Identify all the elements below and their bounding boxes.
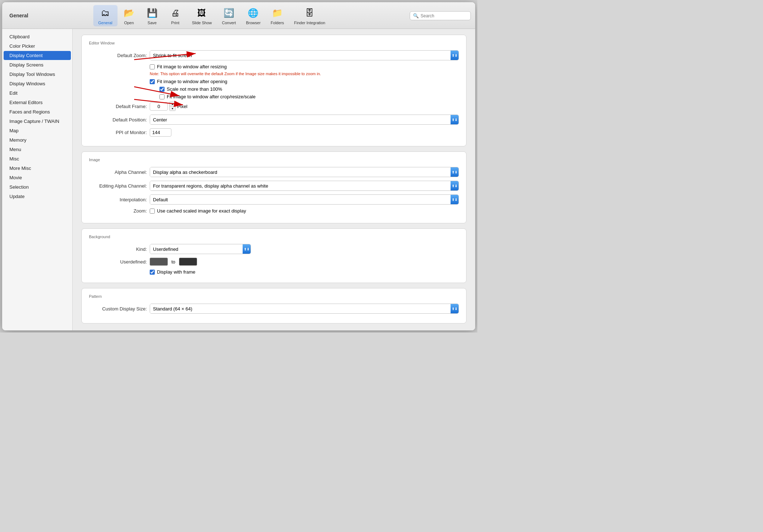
zoom-checkbox-label: Use cached scaled image for exact displa…: [157, 208, 246, 214]
zoom-select-arrow: ⬆⬇: [451, 51, 459, 60]
sidebar-item-display-tool-windows[interactable]: Display Tool Windows: [4, 70, 71, 79]
search-input[interactable]: [421, 13, 468, 18]
sidebar-item-color-picker[interactable]: Color Picker: [4, 42, 71, 51]
sidebar-item-external-editors[interactable]: External Editors: [4, 98, 71, 107]
to-label: to: [171, 259, 175, 265]
color-swatch-2[interactable]: [179, 258, 197, 266]
sidebar-item-display-screens[interactable]: Display Screens: [4, 60, 71, 69]
editing-alpha-select[interactable]: For transparent regions, display alpha c…: [150, 181, 451, 190]
interpolation-select-wrapper[interactable]: Default ⬆⬇: [150, 194, 459, 205]
image-section: Image Alpha Channel: Display alpha as ch…: [81, 151, 466, 223]
editing-alpha-arrow: ⬆⬇: [451, 181, 459, 190]
userdefined-row: Userdefined: to: [89, 258, 459, 266]
toolbar-item-open[interactable]: 📂 Open: [118, 5, 141, 26]
frame-stepper-down[interactable]: ▼: [170, 106, 175, 111]
sidebar-item-more-misc[interactable]: More Misc: [4, 164, 71, 173]
sidebar-item-misc[interactable]: Misc: [4, 154, 71, 163]
ppi-label: PPI of Monitor:: [89, 130, 147, 135]
default-zoom-row: Default Zoom: Shrink to fit screen ⬆⬇: [89, 50, 459, 60]
fit-open-label: Fit image to window after opening: [157, 79, 227, 84]
editing-alpha-select-wrapper[interactable]: For transparent regions, display alpha c…: [150, 181, 459, 191]
toolbar-label-folders: Folders: [271, 21, 284, 25]
toolbar-label-browser: Browser: [246, 21, 260, 25]
content-wrapper: Editor Window Default Zoom: Shrink to fi…: [73, 29, 475, 330]
fit-resize-checkbox[interactable]: [150, 64, 155, 69]
sidebar-item-edit[interactable]: Edit: [4, 89, 71, 98]
sidebar-item-display-content[interactable]: Display Content: [4, 51, 71, 60]
editor-window-title: Editor Window: [89, 41, 459, 45]
search-box[interactable]: 🔍: [410, 11, 471, 20]
pattern-section-title: Pattern: [89, 294, 459, 299]
toolbar-icon-open: 📂: [123, 7, 136, 20]
ppi-row: PPI of Monitor:: [89, 128, 459, 137]
position-select-arrow: ⬆⬇: [451, 115, 459, 124]
default-zoom-select[interactable]: Shrink to fit screen: [150, 51, 451, 60]
scale-checkbox[interactable]: [159, 87, 165, 92]
toolbar-item-folders[interactable]: 📁 Folders: [266, 5, 289, 26]
background-section-title: Background: [89, 235, 459, 239]
toolbar-icon-browser: 🌐: [247, 7, 260, 20]
zoom-row: Zoom: Use cached scaled image for exact …: [89, 208, 459, 214]
interpolation-row: Interpolation: Default ⬆⬇: [89, 194, 459, 205]
interpolation-select[interactable]: Default: [150, 195, 451, 204]
sidebar-item-menu[interactable]: Menu: [4, 145, 71, 154]
alpha-select[interactable]: Display alpha as checkerboard: [150, 167, 451, 177]
default-zoom-select-wrapper[interactable]: Shrink to fit screen ⬆⬇: [150, 50, 459, 60]
default-frame-row: Default Frame: ▲ ▼ Pixel: [89, 102, 459, 111]
editing-alpha-control: For transparent regions, display alpha c…: [150, 181, 459, 191]
toolbar-item-print[interactable]: 🖨 Print: [164, 5, 187, 26]
toolbar-label-convert: Convert: [222, 21, 236, 25]
custom-size-select[interactable]: Standard (64 × 64): [150, 304, 451, 313]
interpolation-control: Default ⬆⬇: [150, 194, 459, 205]
frame-stepper[interactable]: ▲ ▼: [169, 102, 176, 111]
alpha-channel-control: Display alpha as checkerboard ⬆⬇: [150, 167, 459, 177]
default-frame-input[interactable]: [150, 102, 168, 111]
fit-open-checkbox[interactable]: [150, 79, 155, 84]
fit-crop-row: Fit image to window after crop/resize/sc…: [159, 94, 459, 99]
default-position-select[interactable]: Center: [150, 115, 451, 124]
sidebar-item-memory[interactable]: Memory: [4, 136, 71, 145]
sidebar-item-display-windows[interactable]: Display Windows: [4, 79, 71, 88]
alpha-channel-label: Alpha Channel:: [89, 170, 147, 175]
toolbar-item-general[interactable]: 🗂 General: [93, 5, 118, 26]
default-position-select-wrapper[interactable]: Center ⬆⬇: [150, 115, 459, 125]
toolbar-item-browser[interactable]: 🌐 Browser: [241, 5, 265, 26]
search-icon: 🔍: [413, 13, 419, 18]
content-area: Editor Window Default Zoom: Shrink to fi…: [73, 29, 475, 330]
color-swatch-1[interactable]: [150, 258, 168, 266]
toolbar-icon-save: 💾: [146, 7, 159, 20]
sidebar-item-movie[interactable]: Movie: [4, 173, 71, 182]
zoom-checkbox[interactable]: [150, 209, 155, 214]
toolbar-label-slideshow: Slide Show: [192, 21, 212, 25]
sidebar-item-image-capture[interactable]: Image Capture / TWAIN: [4, 117, 71, 126]
toolbar-item-finder[interactable]: 🗄 Finder Integration: [289, 5, 330, 26]
toolbar-item-convert[interactable]: 🔄 Convert: [217, 5, 241, 26]
editor-window-section: Editor Window Default Zoom: Shrink to fi…: [81, 35, 466, 146]
kind-row: Kind: Userdefined ⬆⬇: [89, 244, 459, 254]
display-frame-label: Display with frame: [157, 269, 195, 275]
toolbar-icon-folders: 📁: [271, 7, 284, 20]
window-title: General: [9, 13, 28, 18]
toolbar-label-open: Open: [124, 21, 134, 25]
toolbar-item-slideshow[interactable]: 🖼 Slide Show: [187, 5, 217, 26]
toolbar-label-finder: Finder Integration: [294, 21, 325, 25]
alpha-select-wrapper[interactable]: Display alpha as checkerboard ⬆⬇: [150, 167, 459, 177]
toolbar-item-save[interactable]: 💾 Save: [141, 5, 164, 26]
sidebar-item-map[interactable]: Map: [4, 126, 71, 135]
fit-crop-checkbox[interactable]: [159, 94, 165, 99]
toolbar-icon-print: 🖨: [169, 7, 182, 20]
default-position-label: Default Position:: [89, 117, 147, 123]
sidebar-item-update[interactable]: Update: [4, 192, 71, 201]
custom-size-select-wrapper[interactable]: Standard (64 × 64) ⬆⬇: [150, 304, 459, 314]
userdefined-control: to: [150, 258, 459, 266]
display-frame-checkbox[interactable]: [150, 270, 155, 275]
sidebar-item-faces-regions[interactable]: Faces and Regions: [4, 107, 71, 116]
kind-select[interactable]: Userdefined: [150, 244, 243, 254]
kind-select-wrapper[interactable]: Userdefined ⬆⬇: [150, 244, 251, 254]
ppi-input[interactable]: [150, 128, 171, 137]
sidebar-item-selection[interactable]: Selection: [4, 183, 71, 192]
editing-alpha-row: Editing Alpha Channel: For transparent r…: [89, 181, 459, 191]
default-frame-control: ▲ ▼ Pixel: [150, 102, 459, 111]
frame-stepper-up[interactable]: ▲: [170, 102, 175, 106]
sidebar-item-clipboard[interactable]: Clipboard: [4, 32, 71, 41]
